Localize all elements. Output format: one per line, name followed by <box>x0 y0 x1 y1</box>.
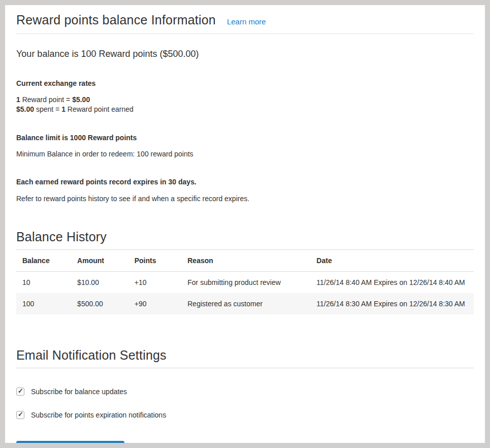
subscribe-expiration-checkbox[interactable] <box>16 411 24 419</box>
expiration-notice: Each earned reward points record expires… <box>16 177 474 186</box>
column-header-date: Date <box>310 250 474 272</box>
balance-history-table: Balance Amount Points Reason Date 10 $10… <box>16 250 474 314</box>
subscribe-balance-updates-label[interactable]: Subscribe for balance updates <box>31 388 127 396</box>
table-header-row: Balance Amount Points Reason Date <box>16 250 474 272</box>
cell-points: +10 <box>128 272 182 294</box>
subscribe-expiration-label[interactable]: Subscribe for points expiration notifica… <box>31 411 166 419</box>
column-header-reason: Reason <box>181 250 310 272</box>
rate-points-value: 1 <box>61 105 66 113</box>
table-row: 100 $500.00 +90 Registered as customer 1… <box>16 293 474 314</box>
table-row: 10 $10.00 +10 For submitting product rev… <box>16 272 474 294</box>
exchange-rate-earning: 1 Reward point = $5.00 <box>16 95 474 105</box>
cell-points: +90 <box>128 293 182 314</box>
column-header-points: Points <box>128 250 182 272</box>
cell-amount: $10.00 <box>71 272 128 294</box>
column-header-amount: Amount <box>71 250 128 272</box>
rate-text: Reward point = <box>20 95 72 104</box>
cell-date: 11/26/14 8:40 AM Expires on 12/26/14 8:4… <box>310 272 474 294</box>
balance-history-heading: Balance History <box>16 229 474 250</box>
learn-more-link[interactable]: Learn more <box>227 17 266 26</box>
reward-points-panel: Reward points balance Information Learn … <box>5 5 485 443</box>
subscribe-expiration-row: Subscribe for points expiration notifica… <box>16 411 474 419</box>
cell-reason: Registered as customer <box>181 293 310 314</box>
expiration-note: Refer to reward points history to see if… <box>16 194 474 203</box>
rate-money-value: $5.00 <box>72 95 90 104</box>
exchange-rate-spending: $5.00 spent = 1 Reward point earned <box>16 105 474 114</box>
rate-points-value: 1 <box>16 95 20 104</box>
minimum-balance-notice: Minimum Balance in order to redeem: 100 … <box>16 149 474 158</box>
balance-summary: Your balance is 100 Reward points ($500.… <box>16 49 474 60</box>
subscribe-balance-updates-row: Subscribe for balance updates <box>16 388 474 396</box>
cell-amount: $500.00 <box>71 293 128 314</box>
email-settings-heading: Email Notification Settings <box>16 347 474 368</box>
cell-date: 11/26/14 8:30 AM Expires on 12/26/14 8:3… <box>310 293 474 314</box>
page-background: Reward points balance Information Learn … <box>0 0 490 448</box>
rate-text: Reward point earned <box>66 105 134 113</box>
column-header-balance: Balance <box>16 250 71 272</box>
subscribe-balance-updates-checkbox[interactable] <box>16 388 24 396</box>
exchange-rates-heading: Current exchange rates <box>16 79 474 88</box>
rate-money-value: $5.00 <box>16 105 34 113</box>
cell-balance: 10 <box>16 272 71 294</box>
cell-balance: 100 <box>16 293 71 314</box>
panel-header: Reward points balance Information Learn … <box>16 12 474 34</box>
save-subscription-settings-button[interactable]: Save Subscription Settings <box>16 441 124 443</box>
rate-text: spent = <box>34 105 61 113</box>
balance-limit-notice: Balance limit is 1000 Reward points <box>16 133 474 142</box>
cell-reason: For submitting product review <box>181 272 310 294</box>
page-title: Reward points balance Information <box>16 12 216 28</box>
